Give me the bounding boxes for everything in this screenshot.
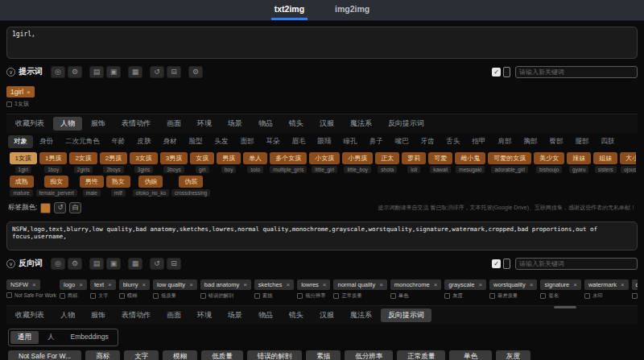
subtab-耳朵[interactable]: 耳朵 [261, 135, 286, 148]
subtab-舌头[interactable]: 舌头 [441, 135, 466, 148]
white-color-button[interactable]: 白 [69, 202, 81, 213]
image-icon[interactable]: ▦ [128, 258, 142, 270]
tag-button[interactable]: 单人 [243, 152, 267, 164]
tag-button[interactable]: 3男孩 [160, 152, 188, 164]
category-tab-反向提示词[interactable]: 反向提示词 [381, 308, 431, 322]
subtab-胸部[interactable]: 胸部 [518, 135, 543, 148]
gear-icon[interactable]: ⚙ [188, 66, 203, 78]
card-translation[interactable]: 正常质量 [397, 350, 445, 360]
tag-button[interactable]: 2女孩 [69, 152, 97, 164]
category-tab-人物[interactable]: 人物 [53, 117, 82, 130]
trash-icon[interactable]: ⊟ [167, 258, 181, 270]
input-mode-toggle[interactable] [503, 259, 510, 269]
keyword-chip[interactable]: signature× [540, 279, 581, 290]
remove-chip-icon[interactable]: × [32, 281, 36, 288]
category-tab-服饰[interactable]: 服饰 [84, 308, 113, 322]
category-tab-汉服[interactable]: 汉服 [312, 117, 341, 130]
subtab-眉毛[interactable]: 眉毛 [287, 135, 312, 148]
category-tab-魔法系[interactable]: 魔法系 [343, 308, 379, 322]
keyword-chip[interactable]: blurry× [119, 279, 150, 290]
remove-chip-icon[interactable]: × [621, 281, 625, 288]
collapse-icon[interactable]: ∨ [6, 68, 15, 77]
reset-color-button[interactable]: ↺ [54, 202, 66, 213]
keyword-chip[interactable]: lowres× [297, 279, 330, 290]
card-translation[interactable]: 错误的解剖 [247, 350, 303, 360]
bottom-subtab-人[interactable]: 人 [40, 331, 62, 344]
tag-button[interactable]: 熟女 [106, 176, 130, 188]
collapse-icon[interactable]: ∨ [6, 259, 15, 268]
subtab-鼻子[interactable]: 鼻子 [364, 135, 389, 148]
save-icon[interactable]: ▤ [89, 258, 104, 270]
subtab-瞳孔[interactable]: 瞳孔 [338, 135, 363, 148]
keyword-chip[interactable]: text× [90, 279, 116, 290]
card-translation[interactable]: 文字 [124, 350, 159, 360]
card-translation[interactable]: 单色 [449, 350, 492, 360]
keyword-chip[interactable]: logo× [60, 279, 87, 290]
category-tab-画面[interactable]: 画面 [159, 308, 188, 322]
remove-chip-icon[interactable]: × [379, 281, 383, 288]
keyword-chip[interactable]: low quality× [153, 279, 197, 290]
bottom-subtab-Embeddings[interactable]: Embeddings [64, 331, 116, 344]
keyword-chip[interactable]: monochrome× [390, 279, 441, 290]
subtab-四肢[interactable]: 四肢 [596, 135, 621, 148]
tag-button[interactable]: 可爱 [428, 152, 452, 164]
prompt-textarea[interactable]: 1girl, [6, 27, 638, 59]
card-translation[interactable]: 低质量 [201, 350, 243, 360]
subtab-头发[interactable]: 头发 [209, 135, 234, 148]
tag-button[interactable]: 小男孩 [342, 152, 373, 164]
tag-button[interactable]: 3女孩 [130, 152, 157, 164]
subtab-脸型[interactable]: 脸型 [184, 135, 208, 148]
tag-button[interactable]: 1女孩 [10, 152, 37, 164]
prompt-section-label[interactable]: ∨ 提示词 [6, 66, 43, 77]
tag-button[interactable]: 2男孩 [100, 152, 127, 164]
keyword-chip[interactable]: 1girl× [6, 86, 35, 97]
tag-button[interactable]: 美少女 [534, 152, 564, 164]
keyword-chip[interactable]: normal quality× [333, 279, 386, 290]
tag-button[interactable]: 萝莉 [402, 152, 426, 164]
subtab-腿部[interactable]: 腿部 [570, 135, 595, 148]
tag-button[interactable]: 可爱的女孩 [488, 152, 531, 164]
remove-chip-icon[interactable]: × [189, 281, 193, 288]
card-translation[interactable]: 商标 [85, 350, 120, 360]
notebook-icon[interactable]: ▣ [106, 258, 121, 270]
save-icon[interactable]: ▤ [89, 66, 104, 78]
keyword-chip[interactable]: NSFW× [6, 279, 40, 290]
category-tab-表情动作[interactable]: 表情动作 [114, 117, 158, 130]
remove-chip-icon[interactable]: × [573, 281, 577, 288]
tag-button[interactable]: 小女孩 [309, 152, 340, 164]
history-icon[interactable]: ↺ [150, 66, 164, 78]
notebook-icon[interactable]: ▣ [106, 66, 121, 78]
tag-button[interactable]: 辣妹 [567, 152, 591, 164]
subtab-年龄[interactable]: 年龄 [106, 135, 131, 148]
new-keyword-input[interactable] [515, 66, 638, 78]
subtab-皮肤[interactable]: 皮肤 [132, 135, 157, 148]
subtab-二次元角色[interactable]: 二次元角色 [60, 135, 105, 148]
keyword-chip[interactable]: grayscale× [444, 279, 486, 290]
input-mode-toggle[interactable] [503, 67, 510, 77]
negative-section-label[interactable]: ∨ 反向词 [6, 258, 43, 269]
copy-icon[interactable]: ◎ [51, 66, 65, 78]
remove-chip-icon[interactable]: × [108, 281, 112, 288]
category-tab-人物[interactable]: 人物 [53, 308, 82, 322]
category-tab-物品[interactable]: 物品 [251, 117, 280, 130]
category-tab-画面[interactable]: 画面 [159, 117, 188, 130]
subtab-眼睛[interactable]: 眼睛 [312, 135, 337, 148]
keyword-chip[interactable]: worstquality× [489, 279, 537, 290]
keyword-chip[interactable]: bad anatomy× [200, 279, 251, 290]
tag-button[interactable]: 姐妹 [593, 152, 617, 164]
remove-chip-icon[interactable]: × [286, 281, 290, 288]
tag-button[interactable]: 1男孩 [39, 152, 67, 164]
tab-img2img[interactable]: img2img [332, 0, 373, 20]
tag-button[interactable]: 成熟 [10, 176, 34, 188]
subtab-对象[interactable]: 对象 [8, 135, 33, 148]
settings-icon[interactable]: ⚙ [68, 66, 82, 78]
tag-button[interactable]: 痴女 [44, 176, 68, 188]
remove-chip-icon[interactable]: × [243, 281, 247, 288]
translate-checkbox[interactable]: ✓ [492, 68, 501, 77]
tab-txt2img[interactable]: txt2img [271, 0, 308, 20]
category-tab-收藏列表[interactable]: 收藏列表 [8, 117, 52, 130]
card-translation[interactable]: 素描 [306, 350, 341, 360]
keyword-chip[interactable]: watermark× [584, 279, 629, 290]
category-tab-环境[interactable]: 环境 [190, 308, 219, 322]
trash-icon[interactable]: ⊟ [167, 66, 181, 78]
